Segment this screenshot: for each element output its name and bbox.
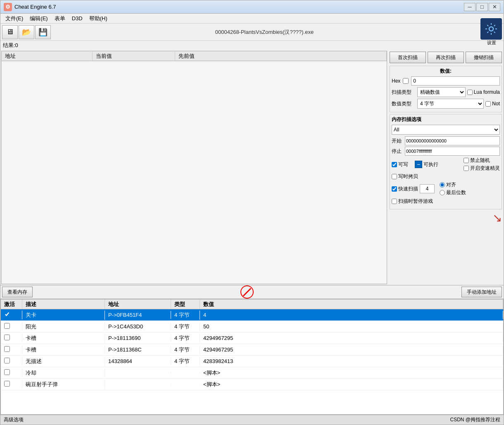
ct-checkbox[interactable] [4, 323, 10, 329]
ct-cell-val: <脚本> [200, 380, 503, 389]
ct-cell-active[interactable] [1, 345, 22, 354]
scan-panel: 地址 当前值 先前值 [1, 51, 387, 284]
menu-d3d[interactable]: D3D [69, 14, 86, 22]
ct-checkbox[interactable] [4, 381, 10, 387]
cheat-table-header: 激活 描述 地址 类型 数值 [1, 299, 503, 309]
mem-start-row: 开始 [392, 136, 500, 145]
menu-table[interactable]: 表单 [51, 14, 69, 23]
main-window: ⚙ Cheat Engine 6.7 ─ □ ✕ 文件(E) 编辑(E) 表单 … [0, 0, 504, 425]
toolbar-open-btn[interactable]: 📂 [19, 25, 34, 39]
ct-header-val: 数值 [200, 300, 503, 309]
ct-cell-type [171, 384, 200, 385]
first-scan-button[interactable]: 首次扫描 [390, 52, 426, 63]
mem-options-title: 内存扫描选项 [392, 116, 500, 123]
cheat-table-row[interactable]: 卡槽P->181136904 字节4294967295 [1, 332, 503, 344]
ct-header-type: 类型 [171, 300, 200, 309]
scan-header-prev: 先前值 [175, 52, 387, 61]
ct-cell-desc: 碗豆射手子弹 [22, 380, 105, 389]
ct-cell-desc: 冷却 [22, 368, 105, 378]
ct-checkbox[interactable] [4, 358, 10, 363]
toolbar-monitor-btn[interactable]: 🖥 [2, 25, 18, 39]
toolbar-save-btn[interactable]: 💾 [35, 25, 51, 39]
cheat-table-row[interactable]: 无描述143288644 字节4283982413 [1, 356, 503, 367]
ct-checkbox[interactable] [4, 335, 10, 340]
view-memory-button[interactable]: 查看内存 [2, 287, 33, 297]
scan-type-select[interactable]: 精确数值 比前一次增加 比前一次减少 已改变的数值 未改变的数值 [417, 87, 466, 97]
menu-edit[interactable]: 编辑(E) [26, 14, 51, 23]
cheat-table-row[interactable]: 阳光P->1C4A53D04 字节50 [1, 321, 503, 332]
hex-label: Hex [392, 78, 400, 84]
cheat-table-row[interactable]: 冷却<脚本> [1, 367, 503, 379]
ct-cell-addr: P->1C4A53D0 [105, 323, 171, 330]
ct-cell-val: 4294967295 [200, 346, 503, 354]
pause-game-checkbox[interactable]: 扫描时暂停游戏 [392, 198, 433, 205]
ct-cell-addr [105, 384, 171, 385]
minimize-button[interactable]: ─ [464, 3, 475, 11]
mem-options-select[interactable]: All 栈上 堆上 [392, 125, 500, 135]
hex-checkbox[interactable] [403, 78, 409, 84]
ct-cell-addr: 14328864 [105, 357, 171, 365]
mem-stop-input[interactable] [405, 147, 500, 156]
app-icon: ⚙ [4, 3, 12, 11]
ct-checkbox[interactable] [4, 311, 10, 317]
executable-minus-btn[interactable]: − [415, 161, 422, 168]
undo-scan-button[interactable]: 撤销扫描 [466, 52, 502, 63]
ct-cell-val: 50 [200, 323, 503, 330]
last-digits-radio[interactable]: 最后位数 [440, 189, 466, 196]
ct-cell-type [171, 372, 200, 374]
copy-on-write-checkbox[interactable]: 写时拷贝 [392, 173, 418, 180]
copy-on-write-row: 写时拷贝 [392, 173, 500, 180]
maximize-button[interactable]: □ [476, 3, 488, 11]
status-left: 高级选项 [4, 416, 24, 423]
ct-cell-active[interactable] [1, 322, 22, 331]
ct-cell-active[interactable] [1, 311, 22, 319]
ct-cell-addr: P->1811368C [105, 346, 171, 354]
disable-random-checkbox[interactable]: 禁止随机 [464, 157, 500, 164]
scan-header-addr: 地址 [2, 52, 93, 61]
scan-buttons: 首次扫描 再次扫描 撤销扫描 [390, 52, 502, 63]
lua-formula-checkbox[interactable]: Lua formula [467, 89, 500, 95]
mem-stop-label: 停止 [392, 148, 403, 155]
cheat-table-row[interactable]: 卡槽P->1811368C4 字节4294967295 [1, 344, 503, 356]
mem-start-input[interactable] [405, 136, 500, 145]
align-radio[interactable]: 对齐 [440, 181, 466, 188]
ct-cell-addr [105, 372, 171, 374]
ct-cell-active[interactable] [1, 357, 22, 366]
add-address-button[interactable]: 手动添加地址 [461, 287, 502, 297]
ct-cell-active[interactable] [1, 380, 22, 389]
not-checkbox[interactable]: Not [485, 101, 500, 107]
ct-checkbox[interactable] [4, 346, 10, 352]
ct-cell-val: <脚本> [200, 368, 503, 378]
ct-cell-active[interactable] [1, 334, 22, 342]
menu-help[interactable]: 帮助(H) [86, 14, 111, 23]
cheat-table-row[interactable]: 碗豆射手子弹<脚本> [1, 379, 503, 390]
data-type-select[interactable]: 1 字节 2 字节 4 字节 8 字节 浮点 双精度浮点 [417, 99, 484, 109]
executable-checkbox[interactable]: 可执行 [423, 161, 438, 168]
rescan-button[interactable]: 再次扫描 [428, 52, 464, 63]
cheat-table-row[interactable]: 关卡P->0FB451F44 字节4 [1, 309, 503, 321]
ct-cell-val: 4 [200, 311, 503, 319]
fast-scan-checkbox[interactable]: 快速扫描 [392, 185, 418, 192]
result-count: 结果:0 [3, 42, 18, 48]
ct-cell-active[interactable] [1, 368, 22, 377]
ct-checkbox[interactable] [4, 369, 10, 375]
fast-scan-input[interactable] [420, 184, 435, 193]
menu-file[interactable]: 文件(E) [2, 14, 26, 23]
ct-header-addr: 地址 [105, 300, 171, 309]
speedhack-checkbox[interactable]: 开启变速精灵 [464, 165, 500, 172]
fast-scan-row: 快速扫描 对齐 最后位数 [392, 181, 500, 196]
settings-icon[interactable] [480, 18, 502, 40]
ct-cell-addr: P->18113690 [105, 334, 171, 342]
hex-value-input[interactable] [411, 76, 500, 85]
close-button[interactable]: ✕ [489, 3, 500, 11]
arrow-down-icon: ↘ [492, 211, 502, 225]
ct-cell-addr: P->0FB451F4 [105, 311, 171, 319]
result-bar: 结果:0 [0, 41, 504, 50]
hex-row: Hex [392, 76, 500, 85]
title-bar: ⚙ Cheat Engine 6.7 ─ □ ✕ [0, 0, 504, 14]
mem-stop-row: 停止 [392, 147, 500, 156]
scan-header-cur: 当前值 [93, 52, 175, 61]
ct-header-desc: 描述 [22, 300, 105, 309]
writable-checkbox[interactable]: 可写 [392, 161, 408, 168]
right-panel: 首次扫描 再次扫描 撤销扫描 数值: Hex 扫描类型 精确数值 比前一次增加 [388, 50, 504, 285]
